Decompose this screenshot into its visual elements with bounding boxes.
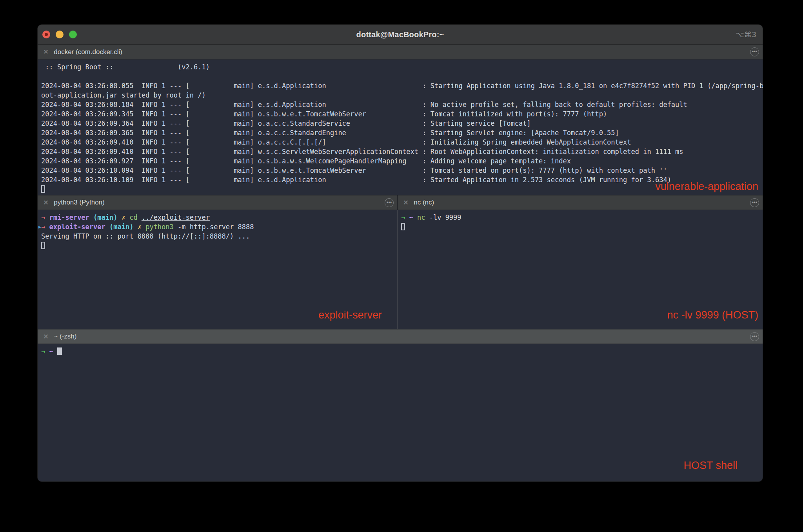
tab-nc[interactable]: ✕ nc (nc) ••• xyxy=(398,195,763,210)
ellipsis-menu-icon[interactable]: ••• xyxy=(750,332,759,341)
annotation-host-shell: HOST shell xyxy=(683,460,738,471)
terminal-cursor xyxy=(401,223,405,230)
titlebar[interactable]: dottak@MacBookPro:~ ⌥⌘3 xyxy=(38,25,763,45)
zsh-terminal-output: → ~ xyxy=(38,344,763,356)
close-icon[interactable]: ✕ xyxy=(38,333,54,340)
tab-zsh-label: ~ (-zsh) xyxy=(54,333,76,340)
close-icon[interactable]: ✕ xyxy=(38,199,54,206)
terminal-cursor xyxy=(57,347,62,355)
annotation-nc-listener: nc -lv 9999 (HOST) xyxy=(667,309,758,321)
window-shortcut-badge: ⌥⌘3 xyxy=(736,30,763,39)
window-title: dottak@MacBookPro:~ xyxy=(38,30,763,39)
tab-python-label: python3 (Python) xyxy=(54,199,104,206)
annotation-vulnerable-application: vulnerable-application xyxy=(655,181,758,192)
tab-docker-label: docker (com.docker.cli) xyxy=(54,48,122,56)
annotation-exploit-server: exploit-server xyxy=(318,309,382,321)
docker-terminal-output: :: Spring Boot :: (v2.6.1)2024-08-04 03:… xyxy=(38,60,763,194)
desktop: dottak@MacBookPro:~ ⌥⌘3 ✕ docker (com.do… xyxy=(0,0,803,532)
pane-docker[interactable]: :: Spring Boot :: (v2.6.1)2024-08-04 03:… xyxy=(38,60,763,195)
tab-docker[interactable]: ✕ docker (com.docker.cli) ••• xyxy=(38,45,763,60)
terminal-cursor xyxy=(41,185,45,193)
pane-zsh[interactable]: → ~ xyxy=(38,344,763,481)
nc-terminal-output: → ~ nc -lv 9999 xyxy=(398,210,763,232)
close-icon[interactable]: ✕ xyxy=(38,49,54,55)
tab-zsh[interactable]: ✕ ~ (-zsh) ••• xyxy=(38,329,763,344)
close-icon[interactable]: ✕ xyxy=(398,199,414,206)
terminal-window: dottak@MacBookPro:~ ⌥⌘3 ✕ docker (com.do… xyxy=(38,25,763,481)
tab-python[interactable]: ✕ python3 (Python) ••• xyxy=(38,195,397,210)
ellipsis-menu-icon[interactable]: ••• xyxy=(385,198,394,207)
ellipsis-menu-icon[interactable]: ••• xyxy=(750,47,759,56)
terminal-cursor xyxy=(41,242,45,249)
tab-nc-label: nc (nc) xyxy=(414,199,434,206)
ellipsis-menu-icon[interactable]: ••• xyxy=(750,198,759,207)
python-terminal-output: → rmi-server (main) ✗ cd ../exploit-serv… xyxy=(38,210,397,250)
